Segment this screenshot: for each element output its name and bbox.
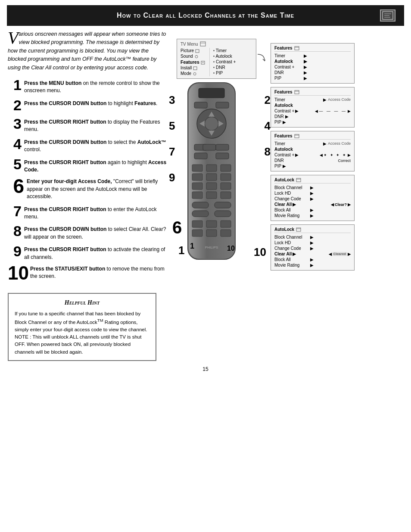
svg-rect-31 bbox=[221, 165, 231, 171]
header-icon bbox=[380, 9, 395, 22]
hint-title: Helpful Hint bbox=[15, 298, 149, 308]
step-9-text: Press the CURSOR RIGHT button to activat… bbox=[24, 243, 167, 261]
svg-rect-44 bbox=[215, 211, 231, 217]
step-1: 1 Press the MENU button on the remote co… bbox=[8, 77, 167, 95]
svg-rect-26 bbox=[216, 144, 229, 150]
step-9: 9 Press the CURSOR RIGHT button to activ… bbox=[8, 243, 167, 261]
step-9-num: 9 bbox=[8, 243, 22, 259]
screen4: AutoLock Block Channel▶ Lock HD▶ Change … bbox=[271, 175, 355, 221]
hint-body: If you tune to a specific channel that h… bbox=[15, 310, 149, 356]
step-badge-9: 9 bbox=[169, 171, 175, 184]
hint-box: Helpful Hint If you tune to a specific c… bbox=[8, 293, 156, 361]
page-number: 15 bbox=[0, 366, 411, 372]
step-badge-5: 5 bbox=[169, 119, 175, 133]
step-4-num: 4 bbox=[8, 136, 22, 152]
steps-container: 1 Press the MENU button on the remote co… bbox=[8, 77, 167, 283]
step-4-text: Press the CURSOR DOWN button to select t… bbox=[24, 136, 167, 154]
step-6: 6 Enter your four-digit Access Code, "Co… bbox=[8, 176, 167, 200]
step-badge-6: 6 bbox=[172, 218, 182, 237]
step-2-text: Press the CURSOR DOWN button to highligh… bbox=[24, 97, 157, 107]
svg-rect-32 bbox=[192, 174, 202, 180]
svg-rect-37 bbox=[221, 183, 231, 190]
svg-rect-4 bbox=[200, 42, 206, 46]
svg-rect-25 bbox=[203, 144, 216, 150]
svg-rect-15 bbox=[199, 88, 224, 98]
svg-rect-33 bbox=[206, 174, 217, 180]
step-5: 5 Press the CURSOR RIGHT button again to… bbox=[8, 156, 167, 174]
screen3: Features Timer▶Access Code Autolock Cont… bbox=[271, 131, 355, 171]
step-1-num: 1 bbox=[8, 77, 22, 93]
step-4: 4 Press the CURSOR DOWN button to select… bbox=[8, 136, 167, 154]
left-column: V arious onscreen messages will appear w… bbox=[8, 30, 167, 285]
svg-rect-48 bbox=[192, 230, 202, 236]
svg-rect-29 bbox=[192, 165, 202, 171]
svg-rect-23 bbox=[216, 102, 229, 108]
step-badge-1: 1 bbox=[178, 244, 184, 257]
remote-control: 3 5 7 9 2 4 8 bbox=[172, 81, 267, 263]
svg-rect-56 bbox=[295, 90, 299, 94]
svg-rect-30 bbox=[206, 165, 217, 171]
svg-point-12 bbox=[193, 72, 196, 75]
svg-rect-28 bbox=[216, 153, 229, 159]
page-title: How to Clear all Locked Channels at the … bbox=[117, 12, 294, 19]
svg-rect-47 bbox=[221, 221, 231, 227]
svg-rect-34 bbox=[221, 174, 231, 180]
svg-rect-50 bbox=[221, 230, 231, 236]
svg-text:PHILIPS: PHILIPS bbox=[205, 246, 218, 249]
screen-mockups: Features Timer▶ Autolock▶ Contrast +▶ DN… bbox=[271, 39, 403, 271]
step-badge-3: 3 bbox=[169, 93, 175, 107]
step-8-num: 8 bbox=[8, 223, 22, 239]
step-7-num: 7 bbox=[8, 203, 22, 219]
svg-rect-6 bbox=[196, 50, 199, 53]
svg-rect-40 bbox=[221, 192, 231, 199]
svg-rect-43 bbox=[192, 211, 209, 217]
drop-cap: V bbox=[8, 30, 18, 46]
svg-rect-42 bbox=[215, 202, 231, 208]
svg-rect-35 bbox=[192, 183, 202, 190]
svg-point-17 bbox=[205, 117, 218, 131]
svg-text:1: 1 bbox=[190, 242, 194, 250]
svg-rect-22 bbox=[194, 102, 207, 108]
remote-tv-area: TV Menu Picture Sound Features Install M… bbox=[172, 39, 267, 263]
step-badge-2: 2 bbox=[265, 93, 271, 107]
intro-text: V arious onscreen messages will appear w… bbox=[8, 30, 167, 72]
svg-rect-58 bbox=[295, 134, 299, 138]
svg-rect-38 bbox=[192, 192, 202, 199]
right-column: TV Menu Picture Sound Features Install M… bbox=[172, 30, 403, 285]
step-3: 3 Press the CURSOR RIGHT button to displ… bbox=[8, 116, 167, 134]
svg-rect-11 bbox=[193, 67, 197, 70]
step-badge-8: 8 bbox=[265, 145, 271, 159]
step-2: 2 Press the CURSOR DOWN button to highli… bbox=[8, 97, 167, 113]
screen2: Features Timer▶Access Code Autolock Cont… bbox=[271, 87, 355, 128]
intro-body: arious onscreen messages will appear whe… bbox=[8, 31, 166, 71]
svg-rect-54 bbox=[295, 47, 299, 50]
svg-text:10: 10 bbox=[227, 245, 235, 252]
svg-rect-45 bbox=[192, 221, 202, 227]
tv-menu-box: TV Menu Picture Sound Features Install M… bbox=[177, 39, 256, 79]
step-badge-10: 10 bbox=[254, 246, 266, 259]
step-8-text: Press the CURSOR DOWN button to select C… bbox=[24, 223, 167, 241]
step-7-text: Press the CURSOR RIGHT button to enter t… bbox=[24, 203, 167, 221]
step-7: 7 Press the CURSOR RIGHT button to enter… bbox=[8, 203, 167, 221]
tv-menu-title: TV Menu bbox=[181, 42, 198, 47]
page-header: How to Clear all Locked Channels at the … bbox=[7, 5, 404, 26]
step-6-text: Enter your four-digit Access Code, "Corr… bbox=[27, 176, 167, 200]
step-badge-7: 7 bbox=[169, 145, 175, 159]
svg-rect-49 bbox=[206, 230, 217, 236]
step-10-text: Press the STATUS/EXIT button to remove t… bbox=[30, 264, 167, 280]
step-10-num: 10 bbox=[8, 264, 28, 283]
step-1-text: Press the MENU button on the remote cont… bbox=[24, 77, 167, 95]
svg-rect-27 bbox=[194, 153, 207, 159]
step-5-text: Press the CURSOR RIGHT button again to h… bbox=[24, 156, 167, 174]
step-6-num: 6 bbox=[8, 176, 24, 196]
step-3-text: Press the CURSOR RIGHT button to display… bbox=[24, 116, 167, 134]
step-10: 10 Press the STATUS/EXIT button to remov… bbox=[8, 264, 167, 283]
svg-rect-60 bbox=[296, 178, 301, 182]
step-badge-4: 4 bbox=[265, 119, 271, 133]
screen1: Features Timer▶ Autolock▶ Contrast +▶ DN… bbox=[271, 43, 355, 84]
step-5-num: 5 bbox=[8, 156, 22, 172]
svg-rect-39 bbox=[206, 192, 217, 199]
step-2-num: 2 bbox=[8, 97, 22, 113]
remote-svg: PHILIPS 1 10 bbox=[179, 81, 244, 261]
svg-rect-36 bbox=[206, 183, 217, 190]
